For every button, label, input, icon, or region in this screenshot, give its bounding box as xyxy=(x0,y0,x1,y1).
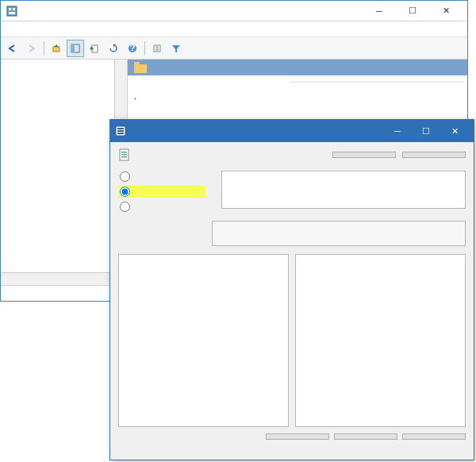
radio-disabled[interactable] xyxy=(118,201,205,213)
dialog-buttons xyxy=(110,427,474,446)
dialog-close-button[interactable]: ✕ xyxy=(440,121,469,141)
svg-rect-22 xyxy=(121,154,127,156)
tree-hscrollbar[interactable] xyxy=(1,272,127,285)
radio-group xyxy=(118,171,205,213)
svg-rect-21 xyxy=(121,152,127,153)
panes-row xyxy=(110,252,474,427)
properties-button[interactable] xyxy=(148,40,166,57)
svg-rect-15 xyxy=(134,62,140,65)
comment-input[interactable] xyxy=(221,171,466,209)
radio-not-configured[interactable] xyxy=(118,171,205,183)
svg-rect-4 xyxy=(53,47,60,52)
tree[interactable] xyxy=(1,60,127,63)
comment-group xyxy=(221,171,466,213)
svg-rect-6 xyxy=(71,44,75,52)
column-header-setting[interactable] xyxy=(290,80,464,83)
svg-rect-3 xyxy=(9,12,15,14)
next-setting-button[interactable] xyxy=(402,152,466,158)
help-box[interactable] xyxy=(295,254,466,427)
gpe-toolbar: ? xyxy=(1,37,467,60)
svg-rect-18 xyxy=(117,130,124,132)
minimize-button[interactable]: ─ xyxy=(363,2,396,21)
export-button[interactable] xyxy=(86,40,103,57)
supported-row xyxy=(110,221,474,252)
folder-icon xyxy=(134,62,147,73)
apply-button[interactable] xyxy=(402,433,466,440)
detail-description: . xyxy=(128,75,286,117)
previous-setting-button[interactable] xyxy=(332,152,396,158)
refresh-button[interactable] xyxy=(105,40,122,57)
maximize-button[interactable]: ☐ xyxy=(396,2,429,21)
detail-grid: . xyxy=(128,75,467,117)
close-button[interactable]: ✕ xyxy=(429,2,463,21)
svg-rect-19 xyxy=(117,133,124,134)
detail-header xyxy=(128,60,467,75)
edit-line: . xyxy=(134,91,280,101)
tree-pane xyxy=(1,60,128,285)
gpe-icon xyxy=(6,5,18,17)
svg-rect-14 xyxy=(134,64,147,73)
gpe-menubar xyxy=(1,21,467,37)
back-button[interactable] xyxy=(4,40,21,57)
help-pane xyxy=(295,252,466,427)
forward-button[interactable] xyxy=(23,40,40,57)
dialog-maximize-button[interactable]: ☐ xyxy=(412,121,440,141)
svg-text:?: ? xyxy=(130,44,136,52)
cancel-button[interactable] xyxy=(334,433,397,440)
settings-list xyxy=(286,75,467,117)
dialog-titlebar[interactable]: ─ ☐ ✕ xyxy=(110,120,474,142)
svg-rect-1 xyxy=(9,8,11,10)
gpe-titlebar[interactable]: ─ ☐ ✕ xyxy=(1,1,467,21)
dialog-minimize-button[interactable]: ─ xyxy=(383,121,412,141)
radio-enabled[interactable] xyxy=(118,186,205,198)
dialog-config-row xyxy=(110,167,474,221)
help-button[interactable]: ? xyxy=(124,40,141,57)
toolbar-separator xyxy=(144,41,145,56)
toolbar-separator xyxy=(44,41,44,56)
dialog-policy-icon xyxy=(118,148,131,161)
svg-rect-17 xyxy=(117,128,124,129)
svg-rect-2 xyxy=(13,8,15,10)
show-hide-tree-button[interactable] xyxy=(67,40,84,57)
supported-value xyxy=(212,221,466,246)
ok-button[interactable] xyxy=(266,433,329,440)
policy-dialog: ─ ☐ ✕ xyxy=(109,119,474,460)
up-button[interactable] xyxy=(48,40,65,57)
svg-rect-0 xyxy=(7,6,17,16)
options-pane xyxy=(118,252,289,427)
options-box[interactable] xyxy=(118,254,289,427)
dialog-icon xyxy=(115,125,126,137)
dialog-header-row xyxy=(110,142,474,167)
svg-rect-23 xyxy=(121,156,127,158)
filter-button[interactable] xyxy=(167,40,185,57)
